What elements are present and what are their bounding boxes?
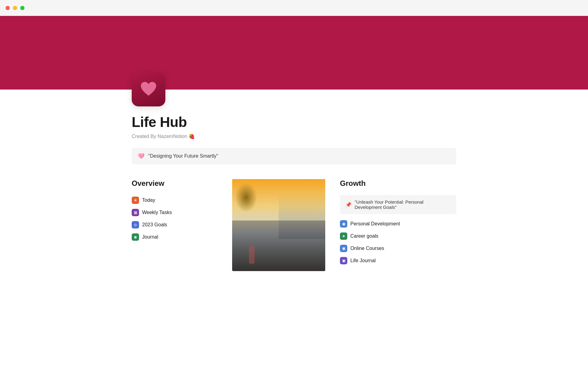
growth-quote-block: 📌 "Unleash Your Potential: Personal Deve…: [340, 195, 456, 214]
close-button[interactable]: [6, 6, 10, 10]
page-subtitle: Created By NazemNotion 🍓: [132, 133, 456, 139]
heart-icon: [139, 80, 158, 99]
wine-glass: [249, 245, 254, 264]
overview-item-goals[interactable]: ◎ 2023 Goals: [132, 220, 217, 230]
growth-column: Growth 📌 "Unleash Your Potential: Person…: [340, 179, 456, 266]
columns-wrapper: Overview ☀ Today ▦ Weekly Tasks ◎ 2023 G…: [132, 179, 456, 271]
personal-dev-label: Personal Development: [350, 221, 400, 227]
courses-icon: ▣: [340, 245, 347, 252]
growth-item-life-journal[interactable]: ▣ Life Journal: [340, 256, 456, 266]
journal-icon: ◉: [132, 233, 139, 241]
journal-label: Journal: [142, 234, 158, 240]
today-label: Today: [142, 197, 155, 203]
page-title: Life Hub: [132, 114, 456, 130]
goals-icon: ◎: [132, 221, 139, 228]
courses-label: Online Courses: [350, 246, 384, 251]
page-icon-wrapper: [132, 73, 456, 106]
goals-label: 2023 Goals: [142, 222, 167, 228]
today-icon: ☀: [132, 197, 139, 204]
quote-block: 🩷 "Designing Your Future Smartly": [132, 148, 456, 164]
growth-item-courses[interactable]: ▣ Online Courses: [340, 243, 456, 253]
growth-quote-text: "Unleash Your Potential: Personal Develo…: [355, 199, 451, 210]
weekly-label: Weekly Tasks: [142, 210, 172, 215]
career-label: Career goals: [350, 233, 379, 239]
growth-item-career[interactable]: ★ Career goals: [340, 231, 456, 241]
maximize-button[interactable]: [20, 6, 24, 10]
page-icon: [132, 73, 165, 106]
minimize-button[interactable]: [13, 6, 17, 10]
overview-item-today[interactable]: ☀ Today: [132, 195, 217, 205]
life-journal-label: Life Journal: [350, 258, 376, 263]
quote-emoji: 🩷: [138, 153, 145, 159]
image-column: [232, 179, 325, 271]
life-journal-icon: ▣: [340, 257, 347, 264]
overview-nav-list: ☀ Today ▦ Weekly Tasks ◎ 2023 Goals ◉ Jo…: [132, 195, 217, 242]
growth-quote-emoji: 📌: [345, 202, 352, 208]
personal-dev-icon: ▣: [340, 220, 347, 228]
overview-column: Overview ☀ Today ▦ Weekly Tasks ◎ 2023 G…: [132, 179, 217, 242]
growth-nav-list: ▣ Personal Development ★ Career goals ▣ …: [340, 219, 456, 266]
career-icon: ★: [340, 232, 347, 240]
weekly-icon: ▦: [132, 209, 139, 216]
growth-heading: Growth: [340, 179, 456, 190]
growth-item-personal-dev[interactable]: ▣ Personal Development: [340, 219, 456, 229]
overview-item-weekly[interactable]: ▦ Weekly Tasks: [132, 207, 217, 218]
overview-heading: Overview: [132, 179, 217, 190]
laptop-overlay: [232, 220, 325, 271]
overview-item-journal[interactable]: ◉ Journal: [132, 232, 217, 242]
titlebar: [0, 0, 588, 16]
city-image: [232, 179, 325, 271]
quote-text: "Designing Your Future Smartly": [148, 153, 218, 159]
